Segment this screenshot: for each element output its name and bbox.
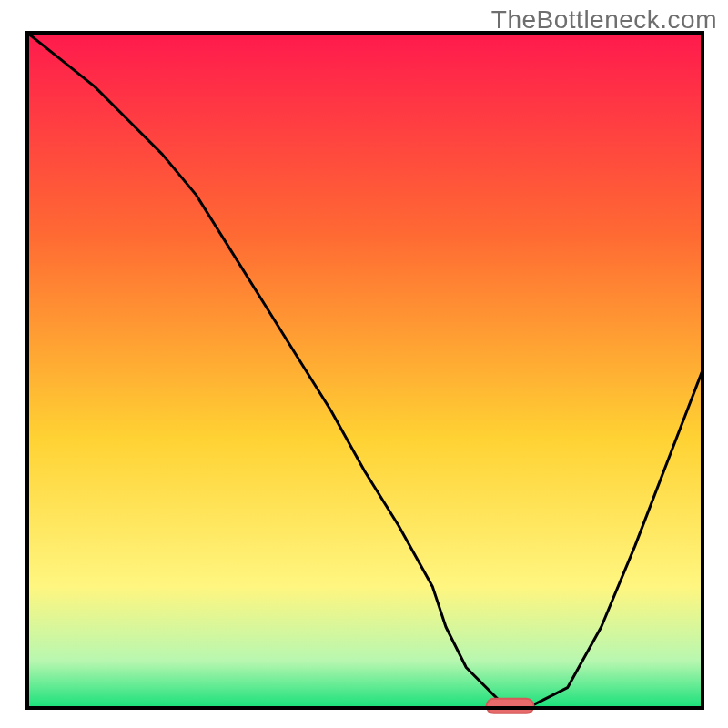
chart-frame: TheBottleneck.com bbox=[0, 0, 728, 728]
bottleneck-chart bbox=[0, 0, 728, 728]
gradient-background bbox=[27, 33, 703, 708]
optimal-marker bbox=[487, 699, 534, 713]
watermark-label: TheBottleneck.com bbox=[491, 5, 717, 35]
